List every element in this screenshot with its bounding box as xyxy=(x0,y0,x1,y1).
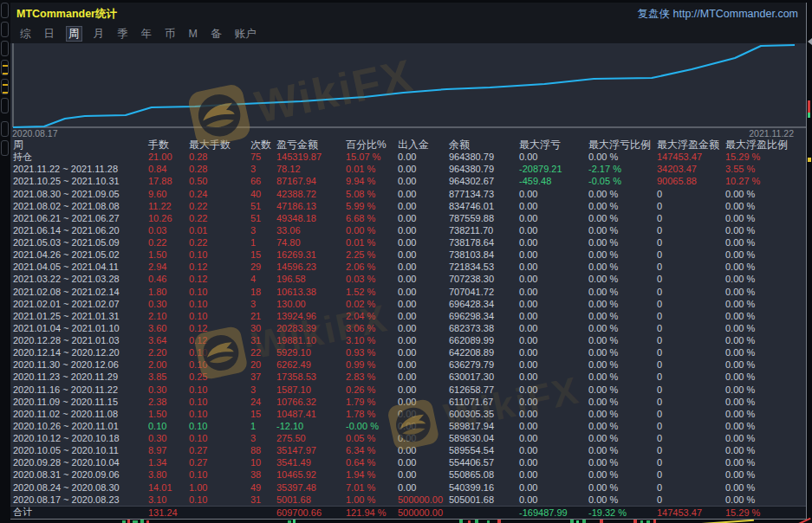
cell-lots: 21.00 xyxy=(147,152,188,162)
cell-period: 2020.11.30 ~ 2020.12.06 xyxy=(10,359,147,370)
cell-max_dd: 0.00 xyxy=(518,457,588,468)
title-bar[interactable]: MTCommander统计 复盘侠 http://MTCommander.com xyxy=(10,3,806,24)
cell-lots: 131.24 xyxy=(147,507,188,518)
cell-max_lots: 1.00 xyxy=(188,482,250,493)
table-row[interactable]: 2021.08.30 ~ 2021.09.059.600.244042388.7… xyxy=(10,188,806,200)
candle-fragment xyxy=(570,520,574,523)
menu-item-综[interactable]: 综 xyxy=(18,27,33,41)
table-row[interactable]: 2020.11.23 ~ 2020.11.293.850.253717358.5… xyxy=(10,371,806,383)
cell-period: 2021.11.22 ~ 2021.11.28 xyxy=(10,164,147,174)
menu-item-账户[interactable]: 账户 xyxy=(232,27,257,41)
cell-profit: 609700.66 xyxy=(276,507,345,518)
table-row[interactable]: 2021.08.02 ~ 2021.08.0811.220.225147186.… xyxy=(10,200,806,212)
cell-count: 49 xyxy=(250,482,276,493)
background-right-sliver xyxy=(807,0,812,523)
menu-item-季[interactable]: 季 xyxy=(115,27,130,41)
table-row[interactable]: 2020.10.12 ~ 2020.10.180.300.103275.500.… xyxy=(10,432,806,444)
candle-fragment xyxy=(653,520,656,523)
table-row[interactable]: 2021.01.04 ~ 2021.01.103.600.123020283.3… xyxy=(10,322,806,334)
chart-end-date: 2021.11.22 xyxy=(749,128,794,139)
menu-item-备[interactable]: 备 xyxy=(209,27,224,41)
cell-lots: 0.30 xyxy=(147,384,188,395)
cell-max_dd_pct: 0.00 % xyxy=(588,469,656,480)
cell-max_lots: 0.10 xyxy=(188,409,250,419)
table-row[interactable]: 2021.01.25 ~ 2021.01.312.100.102113924.9… xyxy=(10,310,806,322)
toolbar-button[interactable] xyxy=(1,3,9,18)
cell-inout: 0.00 xyxy=(397,323,448,333)
toolbar-button[interactable] xyxy=(1,41,9,56)
cell-period: 持仓 xyxy=(10,151,147,163)
toolbar-button[interactable] xyxy=(1,121,9,137)
menu-item-月[interactable]: 月 xyxy=(92,27,107,41)
cell-balance: 505001.68 xyxy=(448,494,518,505)
table-row[interactable]: 2020.11.30 ~ 2020.12.062.000.10206262.49… xyxy=(10,358,806,371)
cell-balance: 964302.67 xyxy=(448,176,518,186)
table-row[interactable]: 2021.05.03 ~ 2021.05.090.220.22174.800.0… xyxy=(10,236,806,249)
table-row[interactable]: 2021.04.26 ~ 2021.05.021.500.101516269.3… xyxy=(10,249,806,261)
cell-period: 2021.06.21 ~ 2021.06.27 xyxy=(10,213,147,223)
cell-max_dd_pct: 0.00 % xyxy=(588,274,656,284)
table-row[interactable]: 2020.11.16 ~ 2020.11.220.300.1031587.100… xyxy=(10,384,806,396)
cell-balance: 540399.16 xyxy=(448,482,518,493)
cell-inout: 0.00 xyxy=(397,371,448,382)
table-row[interactable]: 2021.06.14 ~ 2021.06.200.030.01333.060.0… xyxy=(10,224,806,236)
cell-balance: 738178.64 xyxy=(448,237,518,248)
table-row[interactable]: 2021.10.25 ~ 2021.10.3117.880.506687167.… xyxy=(10,175,806,187)
cell-inout: 500000.00 xyxy=(397,507,448,518)
menu-item-年[interactable]: 年 xyxy=(140,27,154,41)
menu-item-M[interactable]: M xyxy=(187,27,199,41)
cell-max_dd_pct: 0.00 % xyxy=(588,323,656,333)
table-row[interactable]: 2020.11.02 ~ 2020.11.081.500.101510487.4… xyxy=(10,408,806,420)
cell-max_lots: 0.10 xyxy=(188,433,250,443)
table-row[interactable]: 2020.08.24 ~ 2020.08.3014.011.004935397.… xyxy=(10,481,806,494)
toolbar-button[interactable] xyxy=(1,140,9,156)
table-row[interactable]: 2020.09.28 ~ 2020.10.041.340.27103541.49… xyxy=(10,456,806,468)
cell-pct: 1.79 % xyxy=(345,397,397,407)
table-row[interactable]: 2020.10.05 ~ 2020.10.118.970.278835147.9… xyxy=(10,444,806,456)
table-row[interactable]: 2020.11.09 ~ 2020.11.152.380.102410766.3… xyxy=(10,396,806,408)
cell-balance: 738103.84 xyxy=(448,249,518,260)
cell-pct: 0.64 % xyxy=(345,457,397,468)
toolbar-button[interactable] xyxy=(1,98,9,113)
cell-max_fp_pct: 0.00 % xyxy=(724,371,805,382)
table-row[interactable]: 2020.08.17 ~ 2020.08.233.100.10315001.68… xyxy=(10,494,806,506)
table-row[interactable]: 2021.04.05 ~ 2021.04.112.940.122914596.2… xyxy=(10,261,806,273)
cell-max_lots: 0.12 xyxy=(188,335,250,345)
cell-balance: 964380.79 xyxy=(448,164,518,174)
cell-pct: 0.01 % xyxy=(345,237,397,248)
table-row[interactable]: 持仓21.000.2875145319.8715.07 %0.00964380.… xyxy=(10,151,806,163)
table-row[interactable]: 2020.12.14 ~ 2020.12.202.200.10225929.10… xyxy=(10,346,806,358)
cell-balance: 877134.73 xyxy=(448,189,518,199)
menu-item-日[interactable]: 日 xyxy=(42,27,57,41)
cell-count: 29 xyxy=(250,262,276,272)
cell-inout: 0.00 xyxy=(397,189,448,199)
menu-item-周[interactable]: 周 xyxy=(66,26,82,42)
cell-max_fp_pct: 3.55 % xyxy=(724,164,805,174)
candle-fragment xyxy=(808,158,811,162)
cell-max_fp: 0 xyxy=(656,371,724,382)
cell-pct: 7.01 % xyxy=(345,482,397,493)
candle-fragment xyxy=(459,520,463,523)
table-row[interactable]: 2021.02.08 ~ 2021.02.141.800.101810613.3… xyxy=(10,286,806,298)
cell-pct: 6.68 % xyxy=(345,213,397,223)
cell-profit: 275.50 xyxy=(276,433,345,443)
cell-max_dd: 0.00 xyxy=(518,225,588,236)
toolbar-button[interactable] xyxy=(1,22,9,37)
table-row[interactable]: 2020.12.28 ~ 2021.01.033.640.123119881.1… xyxy=(10,334,806,346)
cell-max_fp_pct: 0.00 % xyxy=(724,249,805,260)
table-row[interactable]: 2020.08.31 ~ 2020.09.063.800.103810465.9… xyxy=(10,468,806,481)
cell-max_dd_pct: 0.00 % xyxy=(588,421,656,431)
table-row[interactable]: 2020.10.26 ~ 2020.11.010.100.101-12.10-0… xyxy=(10,420,806,432)
cell-balance: 589554.54 xyxy=(448,445,518,455)
cell-period: 2020.11.09 ~ 2020.11.15 xyxy=(10,397,147,407)
header-pct: 百分比% xyxy=(345,139,397,151)
stats-window: MTCommander统计 复盘侠 http://MTCommander.com… xyxy=(10,3,807,520)
edge-triangle xyxy=(808,38,812,45)
table-row[interactable]: 2021.03.22 ~ 2021.03.280.460.124196.580.… xyxy=(10,273,806,285)
menu-item-币[interactable]: 币 xyxy=(163,27,178,41)
table-row[interactable]: 2021.11.22 ~ 2021.11.280.840.28378.120.0… xyxy=(10,163,806,175)
table-row[interactable]: 2021.06.21 ~ 2021.06.2710.260.225149348.… xyxy=(10,212,806,224)
table-row[interactable]: 2021.02.01 ~ 2021.02.070.300.103130.000.… xyxy=(10,298,806,310)
cell-pct: 0.99 % xyxy=(345,359,397,370)
cell-max_lots: 0.27 xyxy=(188,457,250,468)
